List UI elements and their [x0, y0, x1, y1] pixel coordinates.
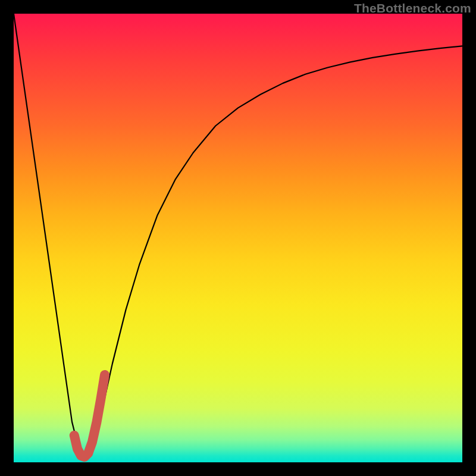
watermark-text: TheBottleneck.com	[354, 1, 471, 15]
chart-frame: TheBottleneck.com	[0, 0, 476, 476]
plot-area	[14, 14, 462, 462]
highlight-hook	[74, 375, 105, 457]
curve-layer	[14, 14, 462, 462]
bottleneck-curve	[14, 14, 462, 458]
